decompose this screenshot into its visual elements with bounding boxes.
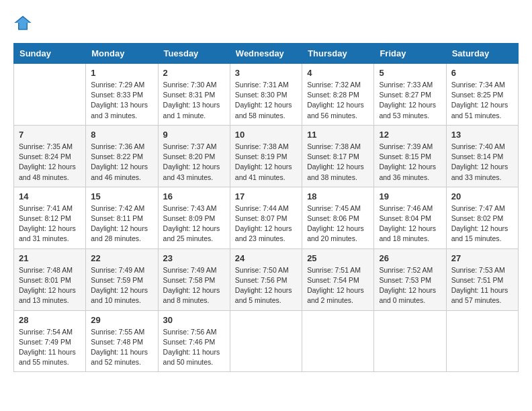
calendar-week-row: 28Sunrise: 7:54 AM Sunset: 7:49 PM Dayli…: [14, 310, 519, 372]
calendar-cell: 30Sunrise: 7:56 AM Sunset: 7:46 PM Dayli…: [158, 310, 230, 372]
day-info: Sunrise: 7:49 AM Sunset: 7:59 PM Dayligh…: [91, 265, 152, 306]
column-header-thursday: Thursday: [302, 44, 374, 64]
day-info: Sunrise: 7:54 AM Sunset: 7:49 PM Dayligh…: [19, 327, 81, 368]
calendar-cell: 26Sunrise: 7:52 AM Sunset: 7:53 PM Dayli…: [374, 248, 446, 310]
day-number: 3: [235, 68, 297, 78]
calendar-week-row: 7Sunrise: 7:35 AM Sunset: 8:24 PM Daylig…: [14, 125, 519, 187]
logo: [13, 13, 35, 32]
day-number: 24: [235, 253, 297, 263]
column-header-monday: Monday: [86, 44, 158, 64]
calendar-cell: 10Sunrise: 7:38 AM Sunset: 8:19 PM Dayli…: [230, 125, 302, 187]
column-header-friday: Friday: [374, 44, 446, 64]
column-header-saturday: Saturday: [446, 44, 518, 64]
day-info: Sunrise: 7:42 AM Sunset: 8:11 PM Dayligh…: [91, 203, 152, 244]
day-number: 27: [451, 253, 513, 263]
day-info: Sunrise: 7:44 AM Sunset: 8:07 PM Dayligh…: [235, 203, 297, 244]
day-info: Sunrise: 7:38 AM Sunset: 8:17 PM Dayligh…: [307, 142, 369, 183]
day-info: Sunrise: 7:55 AM Sunset: 7:48 PM Dayligh…: [91, 327, 152, 368]
calendar-cell: 22Sunrise: 7:49 AM Sunset: 7:59 PM Dayli…: [86, 248, 158, 310]
day-info: Sunrise: 7:46 AM Sunset: 8:04 PM Dayligh…: [379, 203, 441, 244]
column-header-sunday: Sunday: [14, 44, 86, 64]
day-number: 25: [307, 253, 369, 263]
day-info: Sunrise: 7:30 AM Sunset: 8:31 PM Dayligh…: [163, 80, 225, 121]
calendar-cell: 19Sunrise: 7:46 AM Sunset: 8:04 PM Dayli…: [374, 187, 446, 248]
calendar-cell: 24Sunrise: 7:50 AM Sunset: 7:56 PM Dayli…: [230, 248, 302, 310]
day-info: Sunrise: 7:52 AM Sunset: 7:53 PM Dayligh…: [379, 265, 441, 306]
calendar-cell: 5Sunrise: 7:33 AM Sunset: 8:27 PM Daylig…: [374, 64, 446, 126]
calendar-cell: 29Sunrise: 7:55 AM Sunset: 7:48 PM Dayli…: [86, 310, 158, 372]
day-number: 13: [451, 130, 513, 140]
calendar-cell: 8Sunrise: 7:36 AM Sunset: 8:22 PM Daylig…: [86, 125, 158, 187]
day-number: 28: [19, 315, 81, 325]
day-info: Sunrise: 7:50 AM Sunset: 7:56 PM Dayligh…: [235, 265, 297, 306]
day-info: Sunrise: 7:37 AM Sunset: 8:20 PM Dayligh…: [163, 142, 225, 183]
day-number: 9: [163, 130, 225, 140]
day-info: Sunrise: 7:51 AM Sunset: 7:54 PM Dayligh…: [307, 265, 369, 306]
column-header-wednesday: Wednesday: [230, 44, 302, 64]
day-info: Sunrise: 7:53 AM Sunset: 7:51 PM Dayligh…: [451, 265, 513, 306]
day-info: Sunrise: 7:39 AM Sunset: 8:15 PM Dayligh…: [379, 142, 441, 183]
day-number: 2: [163, 68, 225, 78]
day-number: 15: [91, 191, 152, 201]
day-info: Sunrise: 7:36 AM Sunset: 8:22 PM Dayligh…: [91, 142, 152, 183]
day-number: 7: [19, 130, 81, 140]
calendar-cell: 18Sunrise: 7:45 AM Sunset: 8:06 PM Dayli…: [302, 187, 374, 248]
day-number: 11: [307, 130, 369, 140]
day-info: Sunrise: 7:38 AM Sunset: 8:19 PM Dayligh…: [235, 142, 297, 183]
calendar-week-row: 21Sunrise: 7:48 AM Sunset: 8:01 PM Dayli…: [14, 248, 519, 310]
day-info: Sunrise: 7:47 AM Sunset: 8:02 PM Dayligh…: [451, 203, 513, 244]
day-info: Sunrise: 7:49 AM Sunset: 7:58 PM Dayligh…: [163, 265, 225, 306]
calendar-week-row: 14Sunrise: 7:41 AM Sunset: 8:12 PM Dayli…: [14, 187, 519, 248]
day-info: Sunrise: 7:34 AM Sunset: 8:25 PM Dayligh…: [451, 80, 513, 121]
day-info: Sunrise: 7:41 AM Sunset: 8:12 PM Dayligh…: [19, 203, 81, 244]
day-number: 30: [163, 315, 225, 325]
day-number: 1: [91, 68, 152, 78]
svg-marker-1: [16, 17, 30, 29]
calendar-cell: 25Sunrise: 7:51 AM Sunset: 7:54 PM Dayli…: [302, 248, 374, 310]
day-info: Sunrise: 7:31 AM Sunset: 8:30 PM Dayligh…: [235, 80, 297, 121]
calendar-cell: 11Sunrise: 7:38 AM Sunset: 8:17 PM Dayli…: [302, 125, 374, 187]
day-number: 10: [235, 130, 297, 140]
calendar-cell: 16Sunrise: 7:43 AM Sunset: 8:09 PM Dayli…: [158, 187, 230, 248]
calendar-cell: 17Sunrise: 7:44 AM Sunset: 8:07 PM Dayli…: [230, 187, 302, 248]
page-header: [13, 13, 519, 32]
day-number: 4: [307, 68, 369, 78]
day-info: Sunrise: 7:33 AM Sunset: 8:27 PM Dayligh…: [379, 80, 441, 121]
calendar-cell: 27Sunrise: 7:53 AM Sunset: 7:51 PM Dayli…: [446, 248, 518, 310]
calendar-cell: 6Sunrise: 7:34 AM Sunset: 8:25 PM Daylig…: [446, 64, 518, 126]
day-number: 21: [19, 253, 81, 263]
day-number: 16: [163, 191, 225, 201]
day-info: Sunrise: 7:35 AM Sunset: 8:24 PM Dayligh…: [19, 142, 81, 183]
calendar-cell: 21Sunrise: 7:48 AM Sunset: 8:01 PM Dayli…: [14, 248, 86, 310]
logo-icon: [13, 13, 32, 32]
calendar-cell: 14Sunrise: 7:41 AM Sunset: 8:12 PM Dayli…: [14, 187, 86, 248]
calendar-table: SundayMondayTuesdayWednesdayThursdayFrid…: [13, 43, 519, 372]
day-number: 5: [379, 68, 441, 78]
day-number: 19: [379, 191, 441, 201]
calendar-cell: 15Sunrise: 7:42 AM Sunset: 8:11 PM Dayli…: [86, 187, 158, 248]
day-number: 12: [379, 130, 441, 140]
day-number: 14: [19, 191, 81, 201]
day-number: 20: [451, 191, 513, 201]
calendar-cell: [374, 310, 446, 372]
day-info: Sunrise: 7:29 AM Sunset: 8:33 PM Dayligh…: [91, 80, 152, 121]
day-number: 6: [451, 68, 513, 78]
calendar-cell: [446, 310, 518, 372]
calendar-cell: 23Sunrise: 7:49 AM Sunset: 7:58 PM Dayli…: [158, 248, 230, 310]
day-info: Sunrise: 7:48 AM Sunset: 8:01 PM Dayligh…: [19, 265, 81, 306]
calendar-cell: 7Sunrise: 7:35 AM Sunset: 8:24 PM Daylig…: [14, 125, 86, 187]
day-number: 26: [379, 253, 441, 263]
calendar-cell: 4Sunrise: 7:32 AM Sunset: 8:28 PM Daylig…: [302, 64, 374, 126]
day-number: 18: [307, 191, 369, 201]
day-number: 22: [91, 253, 152, 263]
day-number: 23: [163, 253, 225, 263]
day-info: Sunrise: 7:32 AM Sunset: 8:28 PM Dayligh…: [307, 80, 369, 121]
day-info: Sunrise: 7:56 AM Sunset: 7:46 PM Dayligh…: [163, 327, 225, 368]
calendar-cell: 13Sunrise: 7:40 AM Sunset: 8:14 PM Dayli…: [446, 125, 518, 187]
calendar-cell: [302, 310, 374, 372]
day-number: 8: [91, 130, 152, 140]
calendar-cell: 28Sunrise: 7:54 AM Sunset: 7:49 PM Dayli…: [14, 310, 86, 372]
day-info: Sunrise: 7:43 AM Sunset: 8:09 PM Dayligh…: [163, 203, 225, 244]
calendar-week-row: 1Sunrise: 7:29 AM Sunset: 8:33 PM Daylig…: [14, 64, 519, 126]
day-info: Sunrise: 7:45 AM Sunset: 8:06 PM Dayligh…: [307, 203, 369, 244]
